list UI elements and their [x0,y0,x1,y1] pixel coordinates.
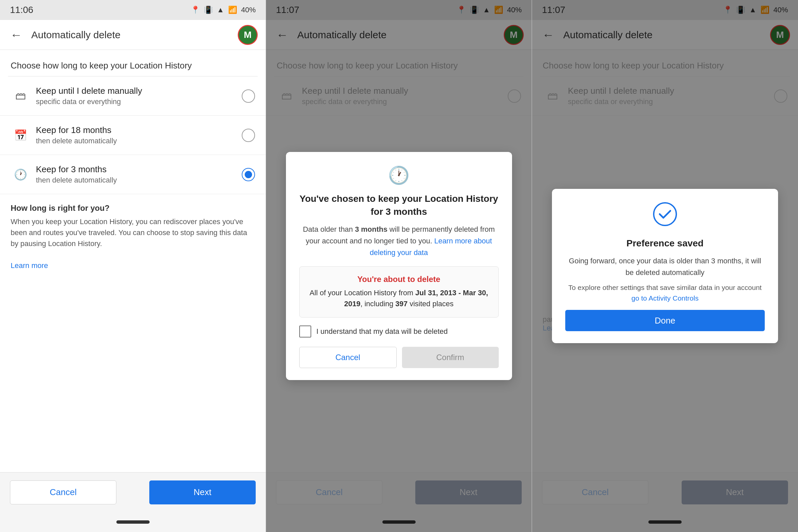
delete-count: 397 [395,300,407,308]
radio-manual[interactable] [242,90,255,103]
learn-more-link-1[interactable]: Learn more [11,261,48,270]
vibrate-icon: 📳 [204,6,213,14]
status-icons-1: 📍 📳 ▲ 📶 40% [191,6,256,14]
option-subtitle-3months: then delete automatically [36,176,242,185]
radio-3months[interactable] [242,168,255,181]
status-time-1: 11:06 [10,5,33,15]
delete-prefix: All of your Location History from [309,289,415,297]
modal-cancel-button[interactable]: Cancel [299,347,397,368]
info-body-1: When you keep your Location History, you… [11,217,247,248]
modal-confirm: 🕐 You've chosen to keep your Location Hi… [286,152,512,380]
activity-controls-link[interactable]: go to Activity Controls [631,294,699,302]
modal-sub-saved: To explore other settings that save simi… [565,282,765,303]
info-title-1: How long is right for you? [11,204,255,213]
wifi-icon: ▲ [217,6,224,14]
section-title-1: Choose how long to keep your Location Hi… [0,50,266,76]
understand-checkbox[interactable] [299,325,311,338]
option-row-18months[interactable]: 📅 Keep for 18 months then delete automat… [0,116,266,155]
modal-body-confirm: Data older than 3 months will be permane… [299,224,499,259]
option-title-manual: Keep until I delete manually [36,86,242,96]
panel-2: 11:07 📍 📳 ▲ 📶 40% ← Automatically delete… [266,0,532,532]
info-section-1: How long is right for you? When you keep… [0,194,266,280]
modal-sub-text: To explore other settings that save simi… [568,284,761,291]
radio-18months[interactable] [242,129,255,142]
status-bar-1: 11:06 📍 📳 ▲ 📶 40% [0,0,266,20]
top-bar-1: ← Automatically delete M [0,20,266,50]
delete-box-text: All of your Location History from Jul 31… [309,287,489,309]
body-prefix: Data older than [303,225,355,233]
done-button[interactable]: Done [565,310,765,331]
panel-3: 11:07 📍 📳 ▲ 📶 40% ← Automatically delete… [532,0,798,532]
cancel-button-1[interactable]: Cancel [10,480,116,505]
option-title-18months: Keep for 18 months [36,125,242,135]
option-title-3months: Keep for 3 months [36,164,242,174]
checkmark-icon [565,202,765,230]
modal-title-confirm: You've chosen to keep your Location Hist… [299,192,499,218]
nav-pill-1 [116,520,150,524]
back-button-1[interactable]: ← [8,28,25,42]
panel-1: 11:06 📍 📳 ▲ 📶 40% ← Automatically delete… [0,0,266,532]
option-row-3months[interactable]: 🕐 Keep for 3 months then delete automati… [0,155,266,194]
location-icon: 📍 [191,6,200,14]
modal-saved: Preference saved Going forward, once you… [552,189,778,343]
briefcase-icon: 🗃 [11,90,31,102]
delete-end: visited places [407,300,454,308]
next-button-1[interactable]: Next [149,480,256,505]
nav-bar-1 [0,512,266,532]
option-subtitle-18months: then delete automatically [36,137,242,145]
modal-overlay-2: 🕐 You've chosen to keep your Location Hi… [266,0,532,532]
battery-label-1: 40% [241,6,256,14]
modal-title-saved: Preference saved [565,237,765,250]
checkbox-label: I understand that my data will be delete… [317,327,448,336]
clock-icon-1: 🕐 [11,168,31,181]
modal-clock-icon: 🕐 [299,165,499,186]
delete-box-title: You're about to delete [309,274,489,284]
bold-3months: 3 months [355,225,387,233]
modal-buttons: Cancel Confirm [299,347,499,368]
checkbox-row: I understand that my data will be delete… [299,325,499,338]
option-subtitle-manual: specific data or everything [36,97,242,106]
avatar-1[interactable]: M [238,25,258,45]
modal-overlay-3: Preference saved Going forward, once you… [532,0,798,532]
main-content-1: Choose how long to keep your Location Hi… [0,50,266,472]
signal-icon: 📶 [228,6,237,14]
calendar-icon: 📅 [11,129,31,141]
svg-point-0 [654,203,676,225]
option-row-manual[interactable]: 🗃 Keep until I delete manually specific … [0,76,266,116]
modal-confirm-button: Confirm [402,347,499,368]
info-text-1: When you keep your Location History, you… [11,216,255,271]
delete-mid: , including [360,300,395,308]
radio-inner-3months [245,171,252,178]
modal-body-saved: Going forward, once your data is older t… [565,255,765,278]
bottom-bar-1: Cancel Next [0,472,266,512]
delete-box: You're about to delete All of your Locat… [299,266,499,318]
page-title-1: Automatically delete [31,29,231,41]
